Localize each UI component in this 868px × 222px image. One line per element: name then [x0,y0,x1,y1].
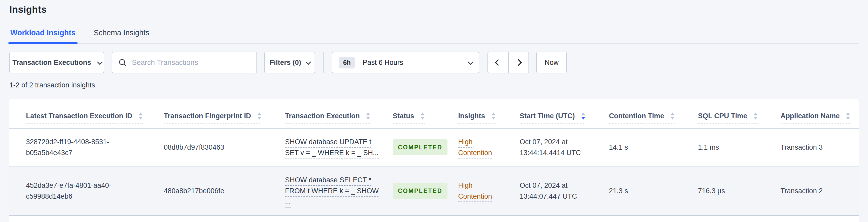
sql-cpu-time: 1.1 ms [698,142,780,153]
status-badge: COMPLETED [393,139,447,155]
page-title: Insights [9,4,859,15]
start-time: Oct 07, 2024 at 13:44:07.447 UTC [520,180,600,202]
application-name: Transaction 2 [780,185,860,196]
toolbar: Transaction Executions Filters (0) 6h Pa… [9,52,859,73]
sort-icon [138,113,143,120]
sql-cpu-time: 716.3 µs [698,185,780,196]
column-header-sql-cpu-time[interactable]: SQL CPU Time [698,112,780,123]
sort-icon [366,113,370,120]
insight-link[interactable]: High Contention [458,180,505,202]
insight-type-dropdown[interactable]: Transaction Executions [9,52,104,73]
toolbar-divider [323,52,324,73]
chevron-down-icon [97,59,102,65]
table-header-row: Latest Transaction Execution ID Transact… [9,99,859,129]
now-button[interactable]: Now [536,52,567,73]
table-row: 452da3e7-e7fa-4801-aa40-c59988d14eb6 480… [9,166,859,216]
status-badge: COMPLETED [393,183,447,199]
search-input[interactable] [112,52,256,73]
chevron-down-icon [468,59,473,65]
chevron-left-icon [495,59,501,66]
filters-dropdown[interactable]: Filters (0) [264,52,315,73]
time-range-badge: 6h [339,57,355,68]
tab-bar: Workload Insights Schema Insights [9,29,859,44]
insights-table-card: Latest Transaction Execution ID Transact… [9,99,859,222]
insights-page: Insights Workload Insights Schema Insigh… [0,0,868,222]
column-header-latest-transaction-execution-id[interactable]: Latest Transaction Execution ID [9,112,164,123]
table-row: 328729d2-ff19-4408-8531-b05a5b4e43c7 08d… [9,129,859,166]
now-button-label: Now [545,59,559,67]
transaction-execution-link[interactable]: SHOW database SELECT * FROM t WHERE k = … [285,176,379,205]
chevron-right-icon [515,59,522,66]
time-range-picker[interactable]: 6h Past 6 Hours [332,52,479,73]
column-header-transaction-fingerprint-id[interactable]: Transaction Fingerprint ID [164,112,285,123]
time-range-label: Past 6 Hours [363,59,403,67]
sort-icon [421,113,425,120]
tab-schema-insights[interactable]: Schema Insights [93,29,150,43]
insight-type-dropdown-label: Transaction Executions [12,59,91,67]
contention-time: 14.1 s [609,142,698,153]
previous-time-range-button[interactable] [488,52,508,73]
column-header-start-time[interactable]: Start Time (UTC) [520,112,609,123]
sort-icon [753,113,758,120]
search-icon [118,58,127,67]
results-summary: 1-2 of 2 transaction insights [9,81,859,89]
sort-icon [671,113,675,120]
column-header-status[interactable]: Status [393,112,458,123]
column-header-application-name[interactable]: Application Name [780,112,860,123]
latest-transaction-execution-id: 452da3e7-e7fa-4801-aa40-c59988d14eb6 [26,180,132,202]
transaction-execution-link[interactable]: SHOW database UPDATE t SET v = _ WHERE k… [285,138,379,157]
sort-icon [846,113,850,120]
transaction-fingerprint-id: 480a8b217be006fe [164,185,285,196]
sort-icon [491,113,496,120]
latest-transaction-execution-id: 328729d2-ff19-4408-8531-b05a5b4e43c7 [26,136,132,158]
column-header-contention-time[interactable]: Contention Time [609,112,698,123]
insight-link[interactable]: High Contention [458,136,505,158]
transaction-fingerprint-id: 08d8b7d97f830463 [164,142,285,153]
contention-time: 21.3 s [609,185,698,196]
application-name: Transaction 3 [780,142,860,153]
sort-icon [257,113,261,120]
search-box [112,52,257,73]
filters-dropdown-label: Filters (0) [270,59,301,67]
column-header-transaction-execution[interactable]: Transaction Execution [285,112,393,123]
start-time: Oct 07, 2024 at 13:44:14.4414 UTC [520,136,600,158]
column-header-insights[interactable]: Insights [458,112,520,123]
chevron-down-icon [306,59,311,65]
tab-workload-insights[interactable]: Workload Insights [9,29,76,43]
sort-icon-active-desc [581,113,585,120]
time-range-pager [488,52,529,73]
next-time-range-button[interactable] [508,52,528,73]
